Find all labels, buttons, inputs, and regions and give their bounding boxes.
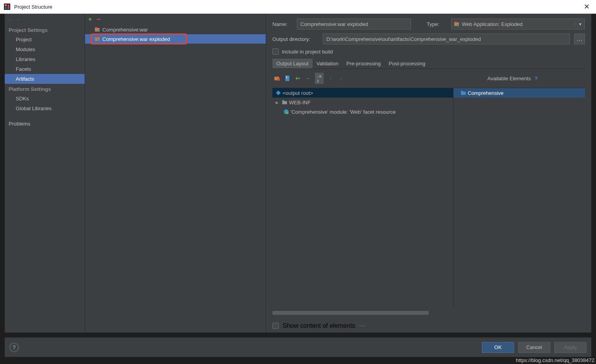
dialog-body: ← → Project Settings Project Modules Lib…	[5, 14, 591, 333]
new-archive-icon[interactable]	[284, 75, 291, 81]
tree-facet[interactable]: 'Comprehensive' module: 'Web' facet reso…	[272, 107, 453, 116]
horizontal-scrollbar[interactable]	[272, 311, 585, 315]
titlebar: Project Structure ✕	[0, 0, 596, 14]
close-icon[interactable]: ✕	[581, 2, 593, 11]
tree-label: 'Comprehensive' module: 'Web' facet reso…	[291, 109, 396, 115]
tabs: Output Layout Validation Pre-processing …	[272, 59, 585, 69]
tab-output-layout[interactable]: Output Layout	[272, 59, 313, 68]
tab-preprocessing[interactable]: Pre-processing	[342, 59, 385, 68]
move-up-icon[interactable]: ↑	[328, 75, 334, 81]
scrollbar-thumb[interactable]	[272, 311, 429, 315]
sort-button[interactable]: ↓az	[315, 73, 324, 84]
include-row[interactable]: Include in project build	[272, 48, 585, 55]
svg-rect-11	[454, 22, 457, 23]
sidebar-item-facets[interactable]: Facets	[5, 64, 85, 74]
add-copy-icon[interactable]: +▾	[294, 75, 301, 81]
svg-rect-24	[461, 91, 463, 92]
artifact-row-war-exploded[interactable]: Comprehensive:war exploded	[85, 34, 266, 44]
sidebar-item-project[interactable]: Project	[5, 35, 85, 44]
artifact-row-war[interactable]: Comprehensive:war	[85, 25, 266, 34]
browse-button[interactable]: …	[574, 33, 585, 44]
output-tree[interactable]: <output root> ▶ WEB-INF 'Comprehensive' …	[272, 88, 453, 307]
expand-icon[interactable]: ▶	[276, 100, 280, 105]
available-elements-label: Available Elements ?	[487, 76, 538, 81]
folder-icon	[282, 100, 287, 105]
avail-item[interactable]: Comprehensive	[453, 88, 585, 98]
help-icon[interactable]: ?	[535, 76, 538, 81]
layout-toolbar: +▾ − ↓az ↑ ↓ Available Elements ?	[272, 73, 585, 84]
watermark: https://blog.csdn.net/qq_38038472	[516, 357, 595, 363]
type-value: Web Application: Exploded	[462, 21, 573, 27]
list-toolbar: + −	[85, 14, 266, 25]
name-input[interactable]	[297, 18, 411, 30]
root-icon	[276, 90, 281, 96]
forward-icon[interactable]: →	[16, 16, 21, 22]
svg-point-12	[457, 24, 459, 26]
svg-point-9	[97, 39, 100, 41]
svg-rect-17	[286, 78, 287, 78]
output-input[interactable]	[323, 33, 570, 44]
artifact-icon	[94, 36, 100, 42]
nav-arrows: ← →	[5, 14, 85, 25]
layout-body: <output root> ▶ WEB-INF 'Comprehensive' …	[272, 88, 585, 307]
ellipsis-icon[interactable]: ⋯	[359, 322, 365, 329]
svg-rect-23	[461, 92, 466, 95]
chevron-down-icon: ▼	[576, 22, 582, 26]
tab-postprocessing[interactable]: Post-processing	[385, 59, 429, 68]
tab-validation[interactable]: Validation	[313, 59, 342, 68]
platform-settings-heading: Platform Settings	[5, 84, 85, 94]
help-button[interactable]: ?	[9, 343, 19, 352]
svg-rect-2	[5, 7, 7, 9]
include-checkbox[interactable]	[272, 48, 279, 55]
output-label: Output directory:	[272, 36, 319, 42]
add-icon[interactable]: +	[88, 16, 92, 23]
tree-webinf[interactable]: ▶ WEB-INF	[272, 98, 453, 107]
show-content-label: Show content of elements	[283, 322, 355, 329]
archive-icon	[454, 21, 459, 27]
svg-rect-15	[285, 76, 289, 81]
output-row: Output directory: …	[272, 33, 585, 44]
sidebar-item-libraries[interactable]: Libraries	[5, 54, 85, 64]
show-content-checkbox[interactable]	[272, 323, 279, 329]
artifact-label: Comprehensive:war	[102, 27, 148, 33]
move-down-icon[interactable]: ↓	[338, 75, 344, 81]
svg-rect-19	[282, 101, 287, 104]
svg-rect-14	[278, 78, 280, 81]
tree-root[interactable]: <output root>	[272, 88, 453, 98]
svg-point-6	[97, 30, 100, 32]
svg-rect-8	[95, 37, 97, 38]
type-label: Type:	[427, 21, 447, 27]
show-content-row[interactable]: Show content of elements ⋯	[272, 319, 585, 333]
artifact-icon	[94, 27, 100, 32]
sidebar-item-sdks[interactable]: SDKs	[5, 94, 85, 103]
remove-item-icon[interactable]: −	[305, 75, 311, 81]
sidebar: ← → Project Settings Project Modules Lib…	[5, 14, 85, 333]
project-settings-heading: Project Settings	[5, 25, 85, 35]
artifact-list-panel: + − Comprehensive:war Comprehensive:war …	[85, 14, 266, 333]
type-select[interactable]: Web Application: Exploded ▼	[451, 18, 585, 30]
new-folder-icon[interactable]	[274, 75, 280, 81]
ok-button[interactable]: OK	[482, 342, 514, 353]
web-icon	[283, 109, 289, 115]
svg-rect-3	[7, 4, 9, 9]
tree-label: WEB-INF	[289, 100, 311, 105]
sidebar-item-artifacts[interactable]: Artifacts	[5, 74, 85, 84]
avail-label: Comprehensive	[468, 90, 503, 96]
back-icon[interactable]: ←	[8, 16, 13, 22]
remove-icon[interactable]: −	[96, 15, 101, 24]
sidebar-item-global-libraries[interactable]: Global Libraries	[5, 103, 85, 113]
name-row: Name: Type: Web Application: Exploded ▼	[272, 18, 585, 30]
sidebar-item-problems[interactable]: Problems	[5, 119, 85, 129]
cancel-button[interactable]: Cancel	[518, 342, 550, 353]
available-panel: Comprehensive	[453, 88, 585, 307]
tree-label: <output root>	[283, 90, 313, 96]
module-icon	[461, 90, 466, 96]
svg-rect-5	[95, 27, 97, 28]
footer: ? OK Cancel Apply	[5, 337, 591, 357]
apply-button[interactable]: Apply	[554, 342, 587, 353]
detail-panel: Name: Type: Web Application: Exploded ▼ …	[266, 14, 591, 333]
sidebar-item-modules[interactable]: Modules	[5, 44, 85, 54]
svg-point-22	[286, 112, 289, 114]
name-label: Name:	[272, 21, 293, 27]
include-label: Include in project build	[282, 49, 333, 55]
